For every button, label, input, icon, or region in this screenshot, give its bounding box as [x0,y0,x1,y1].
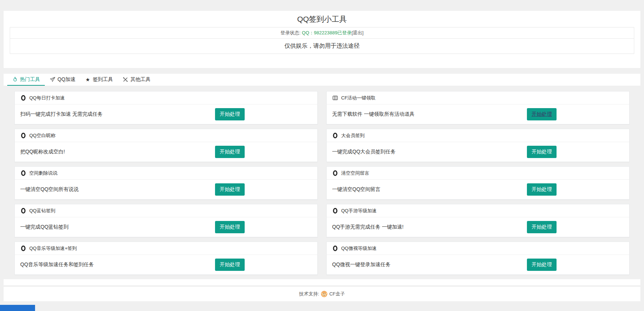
tool-description: QQ音乐等级加速任务和签到任务 [20,261,94,268]
notice-text: 仅供娱乐，请勿用于违法途径 [284,43,360,49]
start-process-button[interactable]: 开始处理 [215,221,245,233]
tool-card: QQ微视等级加速 QQ微视一键登录加速任务 开始处理 [326,242,630,275]
tool-title: QQ蓝钻签到 [29,208,55,214]
tool-description: 扫码一键完成打卡加速 无需完成任务 [20,111,103,118]
qq-icon [20,245,26,251]
qq-icon [332,208,338,214]
tool-card-header: QQ蓝钻签到 [15,204,317,217]
logout-link[interactable]: [退出] [352,30,364,35]
tool-description: 一键完成QQ蓝钻签到 [20,224,69,230]
tool-title: QQ空白昵称 [29,132,55,139]
star-icon: ★ [85,77,91,82]
tool-description: 无需下载软件 一键领取所有活动道具 [332,111,415,118]
tool-title: QQ手游等级加速 [341,208,377,214]
tool-card: QQ音乐等级加速+签到 QQ音乐等级加速任务和签到任务 开始处理 [14,242,318,275]
tool-card-body: 无需下载软件 一键领取所有活动道具 开始处理 [327,105,629,124]
tool-card-body: 把QQ昵称改成空白! 开始处理 [15,142,317,162]
tab-qq-boost[interactable]: QQ加速 [45,74,80,86]
start-process-button[interactable]: 开始处理 [527,146,557,158]
support-label: 技术支持: [299,291,319,297]
tool-card-header: 清空空间留言 [327,167,629,180]
tools-icon [123,77,128,82]
tool-card-header: QQ每日打卡加速 [15,91,317,105]
page-title: QQ签到小工具 [4,11,640,25]
qq-icon [20,208,26,214]
start-process-button[interactable]: 开始处理 [215,146,245,158]
tab-signin-tools[interactable]: ★ 签到工具 [80,74,118,86]
tool-card-body: 一键清空QQ空间所有说说 开始处理 [15,180,317,199]
start-process-button[interactable]: 开始处理 [527,183,557,196]
flame-icon [12,77,18,82]
tool-card-header: QQ空白昵称 [15,129,317,142]
tab-hot-tools[interactable]: 热门工具 [7,74,45,86]
qq-icon [332,132,338,139]
tool-description: 一键清空QQ空间留言 [332,186,381,193]
start-process-button[interactable]: 开始处理 [527,108,557,120]
tool-card: CF活动一键领取 无需下载软件 一键领取所有活动道具 开始处理 [326,91,630,124]
support-name[interactable]: CF盒子 [329,291,345,297]
tool-description: 一键清空QQ空间所有说说 [20,186,79,193]
footer-bar: 技术支持: CF盒子 [4,287,640,301]
notice-box: 仅供娱乐，请勿用于违法途径 [10,39,634,54]
tool-title: QQ微视等级加速 [341,245,377,252]
start-process-button[interactable]: 开始处理 [215,259,245,271]
tool-card: QQ手游等级加速 QQ手游无需完成任务 一键加速! 开始处理 [326,204,630,237]
start-process-button[interactable]: 开始处理 [215,108,245,120]
tool-card-header: QQ音乐等级加速+签到 [15,242,317,255]
cf-box-avatar-icon [321,291,327,297]
tool-card-header: QQ手游等级加速 [327,204,629,217]
login-status-label: 登录状态: [280,30,301,35]
status-bar [0,305,35,311]
tool-card-body: 扫码一键完成打卡加速 无需完成任务 开始处理 [15,105,317,124]
tab-label: 签到工具 [93,76,113,83]
tool-title: QQ音乐等级加速+签到 [29,245,77,252]
tool-card-body: 一键完成QQ蓝钻签到 开始处理 [15,217,317,237]
tool-card: QQ每日打卡加速 扫码一键完成打卡加速 无需完成任务 开始处理 [14,91,318,124]
tool-title: 清空空间留言 [341,170,369,176]
start-process-button[interactable]: 开始处理 [215,183,245,196]
tool-card: QQ蓝钻签到 一键完成QQ蓝钻签到 开始处理 [14,204,318,237]
tool-card: 清空空间留言 一键清空QQ空间留言 开始处理 [326,166,630,200]
gift-icon [332,95,338,101]
tool-card-header: CF活动一键领取 [327,91,629,105]
start-process-button[interactable]: 开始处理 [527,221,557,233]
tool-card-header: 大会员签到 [327,129,629,142]
tool-title: 大会员签到 [341,132,365,139]
tool-title: CF活动一键领取 [341,95,375,101]
tool-description: 把QQ昵称改成空白! [20,149,65,155]
qq-icon [332,245,338,251]
tool-description: QQ手游无需完成任务 一键加速! [332,224,404,230]
tab-label: QQ加速 [57,76,76,83]
header-panel: QQ签到小工具 登录状态: QQ：982223889已登录[退出] 仅供娱乐，请… [4,11,640,68]
tool-card: QQ空白昵称 把QQ昵称改成空白! 开始处理 [14,129,318,162]
qq-icon [332,170,338,176]
tool-title: 空间删除说说 [29,170,57,176]
qq-icon [20,95,26,101]
tool-card: 大会员签到 一键完成QQ大会员签到任务 开始处理 [326,129,630,162]
tool-card-header: QQ微视等级加速 [327,242,629,255]
tool-title: QQ每日打卡加速 [29,95,65,101]
tab-label: 热门工具 [20,76,40,83]
tool-card-body: 一键清空QQ空间留言 开始处理 [327,180,629,199]
tool-description: 一键完成QQ大会员签到任务 [332,149,396,155]
login-status-value: QQ：982223889已登录 [302,30,351,35]
tool-card-body: QQ微视一键登录加速任务 开始处理 [327,255,629,274]
qq-icon [20,170,26,176]
footer-spacer [4,279,640,285]
tab-label: 其他工具 [130,76,151,83]
tabs-bar: 热门工具 QQ加速 ★ 签到工具 其他工具 [4,74,640,86]
tab-other-tools[interactable]: 其他工具 [118,74,155,86]
start-process-button[interactable]: 开始处理 [527,259,557,271]
tool-card: 空间删除说说 一键清空QQ空间所有说说 开始处理 [14,166,318,200]
qq-icon [20,132,26,139]
cards-grid: QQ每日打卡加速 扫码一键完成打卡加速 无需完成任务 开始处理 CF活动一键领取… [14,91,630,275]
tool-card-header: 空间删除说说 [15,167,317,180]
tool-card-body: QQ音乐等级加速任务和签到任务 开始处理 [15,255,317,274]
paper-plane-icon [50,77,55,82]
login-status-box: 登录状态: QQ：982223889已登录[退出] [10,27,634,39]
tool-card-body: 一键完成QQ大会员签到任务 开始处理 [327,142,629,162]
tool-card-body: QQ手游无需完成任务 一键加速! 开始处理 [327,217,629,237]
tool-description: QQ微视一键登录加速任务 [332,261,391,268]
